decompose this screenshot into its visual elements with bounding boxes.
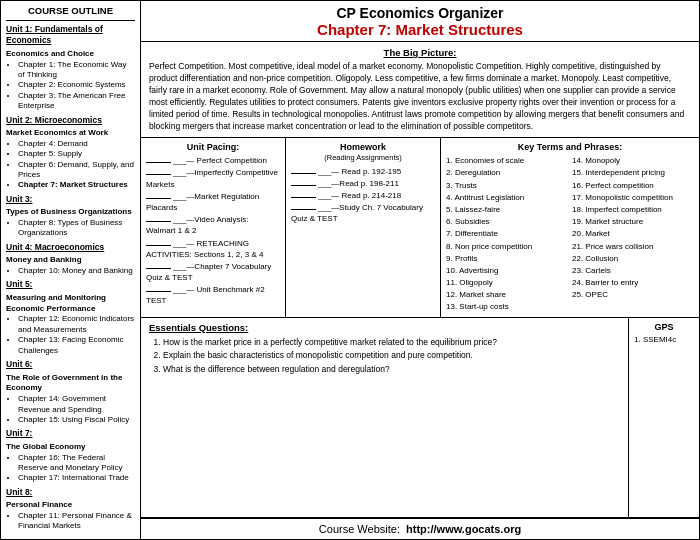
pacing-item: ___—Video Analysis: Walmart 1 & 2 [146,214,280,236]
hw-item: ___— Read p. 214-218 [291,190,435,201]
unit8-header: Unit 8: [6,487,135,498]
term-item: 21. Price wars collision [572,241,694,252]
unit3-header: Unit 3: [6,194,135,205]
term-item: 13. Start-up costs [446,301,568,312]
pacing-item: ___—Market Regulation Placards [146,191,280,213]
unit1-items: Chapter 1: The Economic Way of Thinking … [6,60,135,112]
list-item: Chapter 17: International Trade [18,473,135,483]
hw-item: ___—Study Ch. 7 Vocabulary Quiz & TEST [291,202,435,224]
gps-section: GPS 1. SSEMI4c [629,318,699,517]
list-item: Chapter 16: The Federal Reserve and Mone… [18,453,135,474]
term-item: 25. OPEC [572,289,694,300]
list-item: Chapter 8: Types of Business Organizatio… [18,218,135,239]
list-item: Chapter 5: Supply [18,149,135,159]
unit5-items: Chapter 12: Economic Indicators and Meas… [6,314,135,356]
list-item: Chapter 2: Economic Systems [18,80,135,90]
middle-row: Unit Pacing: ___— Perfect Competition __… [141,138,699,318]
unit5-header: Unit 5: [6,279,135,290]
term-item: 19. Market structure [572,216,694,227]
unit1-subheader: Economics and Choice [6,49,135,60]
term-item: 17. Monopolistic competition [572,192,694,203]
term-item: 4. Antitrust Legislation [446,192,568,203]
list-item: Chapter 15: Using Fiscal Policy [18,415,135,425]
unit1-header: Unit 1: Fundamentals of Economics [6,24,135,47]
essential-questions-title: Essentials Questions: [149,322,620,333]
term-item: 3. Trusts [446,180,568,191]
pacing-item: ___— Perfect Competition [146,155,280,166]
big-picture-text: Perfect Competition. Most competitive, i… [149,61,691,132]
big-picture-title: The Big Picture: [149,46,691,59]
term-item: 20. Market [572,228,694,239]
term-item: 22. Collusion [572,253,694,264]
unit-pacing-title: Unit Pacing: [146,141,280,154]
unit-pacing-section: Unit Pacing: ___— Perfect Competition __… [141,138,286,317]
essential-questions-list: How is the market price in a perfectly c… [149,336,620,377]
unit6-header: Unit 6: [6,359,135,370]
unit8-items: Chapter 11: Personal Finance & Financial… [6,511,135,532]
pacing-item: ___—Imperfectly Competitive Markets [146,167,280,189]
list-item: Chapter 12: Economic Indicators and Meas… [18,314,135,335]
chapter-title: Chapter 7: Market Structures [149,21,691,38]
list-item: Chapter 13: Facing Economic Challenges [18,335,135,356]
pacing-item: ___—Chapter 7 Vocabulary Quiz & TEST [146,261,280,283]
list-item: Chapter 6: Demand, Supply, and Prices [18,160,135,181]
main-header: CP Economics Organizer Chapter 7: Market… [141,1,699,42]
unit7-items: Chapter 16: The Federal Reserve and Mone… [6,453,135,484]
term-item: 8. Non price competition [446,241,568,252]
term-item: 9. Profits [446,253,568,264]
unit4-subheader: Money and Banking [6,255,135,266]
eq-item: What is the difference between regulatio… [163,363,620,377]
unit5-subheader: Measuring and Monitoring Economic Perfor… [6,293,135,315]
bottom-row: Essentials Questions: How is the market … [141,318,699,518]
eq-item: How is the market price in a perfectly c… [163,336,620,350]
term-item: 18. Imperfect competition [572,204,694,215]
term-item: 7. Differentiate [446,228,568,239]
term-item: 6. Subsidies [446,216,568,227]
unit7-header: Unit 7: [6,428,135,439]
list-item: Chapter 10: Money and Banking [18,266,135,276]
footer-url: http://www.gocats.org [406,523,521,535]
unit4-items: Chapter 10: Money and Banking [6,266,135,276]
gps-item: 1. SSEMI4c [634,335,694,344]
term-item: 16. Perfect competition [572,180,694,191]
term-item: 23. Cartels [572,265,694,276]
unit2-items: Chapter 4: Demand Chapter 5: Supply Chap… [6,139,135,191]
unit3-subheader: Types of Business Organizations [6,207,135,218]
list-item: Chapter 3: The American Free Enterprise [18,91,135,112]
homework-subtitle: (Reading Assignments) [291,153,435,164]
homework-section: Homework (Reading Assignments) ___— Read… [286,138,441,317]
term-item: 2. Deregulation [446,167,568,178]
key-terms-title: Key Terms and Phrases: [446,141,694,154]
org-title: CP Economics Organizer [149,5,691,21]
unit8-subheader: Personal Finance [6,500,135,511]
unit3-items: Chapter 8: Types of Business Organizatio… [6,218,135,239]
footer: Course Website: http://www.gocats.org [141,518,699,539]
key-terms-col2: 14. Monopoly 15. Interdependent pricing … [572,155,694,313]
list-item: Chapter 11: Personal Finance & Financial… [18,511,135,532]
key-terms-section: Key Terms and Phrases: 1. Economies of s… [441,138,699,317]
footer-text: Course Website: [319,523,400,535]
unit2-subheader: Market Economics at Work [6,128,135,139]
hw-item: ___— Read p. 192-195 [291,166,435,177]
term-item: 1. Economies of scale [446,155,568,166]
term-item: 14. Monopoly [572,155,694,166]
list-item-active: Chapter 7: Market Structures [18,180,135,190]
eq-item: Explain the basic characteristics of mon… [163,349,620,363]
unit7-subheader: The Global Economy [6,442,135,453]
term-item: 24. Barrier to entry [572,277,694,288]
term-item: 12. Market share [446,289,568,300]
key-terms-grid: 1. Economies of scale 2. Deregulation 3.… [446,155,694,313]
gps-title: GPS [634,322,694,332]
term-item: 11. Oligopoly [446,277,568,288]
main-content: CP Economics Organizer Chapter 7: Market… [141,1,699,539]
term-item: 5. Laissez-faire [446,204,568,215]
key-terms-col1: 1. Economies of scale 2. Deregulation 3.… [446,155,568,313]
list-item: Chapter 4: Demand [18,139,135,149]
sidebar-title: COURSE OUTLINE [6,5,135,21]
list-item: Chapter 1: The Economic Way of Thinking [18,60,135,81]
pacing-item: ___— RETEACHING ACTIVITIES: Sections 1, … [146,238,280,260]
term-item: 15. Interdependent pricing [572,167,694,178]
term-item: 10. Advertising [446,265,568,276]
essential-questions-section: Essentials Questions: How is the market … [141,318,629,517]
homework-title: Homework [291,141,435,154]
